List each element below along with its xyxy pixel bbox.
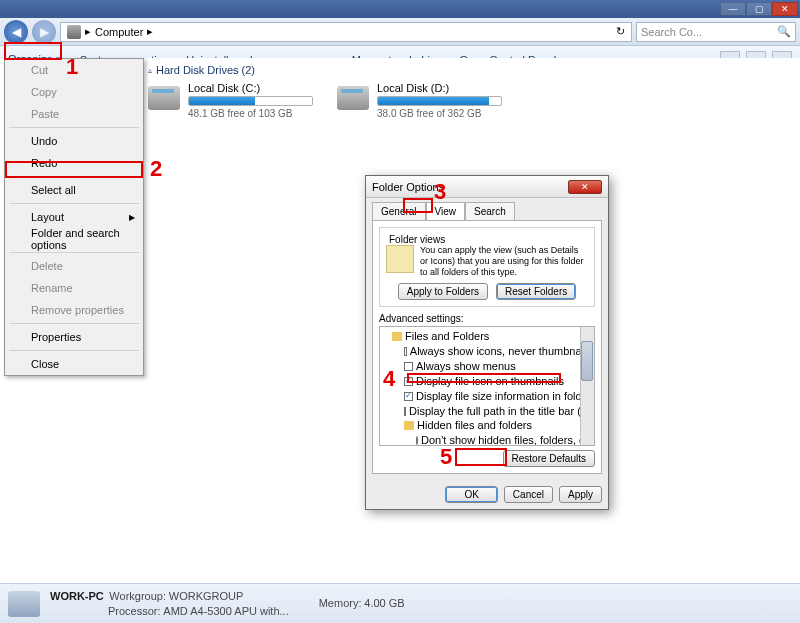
dialog-tabs: General View Search — [366, 198, 608, 220]
folder-options-dialog: Folder Options ✕ General View Search Fol… — [365, 175, 609, 510]
annotation-4: 4 — [383, 366, 395, 392]
apply-to-folders-button[interactable]: Apply to Folders — [398, 283, 488, 300]
folder-views-group: Folder views You can apply the view (suc… — [379, 227, 595, 307]
tab-general[interactable]: General — [372, 202, 426, 220]
menu-close[interactable]: Close — [5, 353, 143, 375]
group-title: Folder views — [386, 234, 448, 245]
menu-rename[interactable]: Rename — [5, 277, 143, 299]
search-icon: 🔍 — [777, 25, 791, 38]
dialog-close-button[interactable]: ✕ — [568, 180, 602, 194]
checkbox[interactable]: ✓ — [404, 377, 413, 386]
search-input[interactable]: Search Co... 🔍 — [636, 22, 796, 42]
checkbox[interactable] — [404, 362, 413, 371]
advanced-settings-tree[interactable]: Files and Folders Always show icons, nev… — [379, 326, 595, 446]
menu-select-all[interactable]: Select all — [5, 179, 143, 201]
folder-views-icon — [386, 245, 414, 273]
restore-defaults-button[interactable]: Restore Defaults — [503, 450, 595, 467]
menu-undo[interactable]: Undo — [5, 130, 143, 152]
apply-button[interactable]: Apply — [559, 486, 602, 503]
tab-panel-view: Folder views You can apply the view (suc… — [372, 220, 602, 474]
computer-icon — [67, 25, 81, 39]
search-placeholder: Search Co... — [641, 26, 702, 38]
breadcrumb-arrow[interactable]: ▸ — [85, 25, 91, 38]
menu-layout[interactable]: Layout▶ — [5, 206, 143, 228]
dialog-buttons: OK Cancel Apply — [366, 480, 608, 509]
drive-name: Local Disk (D:) — [377, 82, 502, 94]
address-bar: ◀ ▶ ▸ Computer ▸ ↻ Search Co... 🔍 — [0, 18, 800, 46]
folder-views-desc: You can apply the view (such as Details … — [420, 245, 588, 277]
tab-search[interactable]: Search — [465, 202, 515, 220]
minimize-button[interactable]: — — [720, 2, 746, 16]
menu-properties[interactable]: Properties — [5, 326, 143, 348]
advanced-settings-label: Advanced settings: — [379, 313, 595, 324]
maximize-button[interactable]: ▢ — [746, 2, 772, 16]
cancel-button[interactable]: Cancel — [504, 486, 553, 503]
window-titlebar: — ▢ ✕ — [0, 0, 800, 18]
checkbox[interactable]: ✓ — [404, 392, 413, 401]
scrollbar-thumb[interactable] — [581, 341, 593, 381]
breadcrumb[interactable]: ▸ Computer ▸ ↻ — [60, 22, 632, 42]
menu-separator — [9, 323, 139, 324]
folder-icon — [392, 332, 402, 341]
drive-icon — [148, 86, 180, 110]
drive-name: Local Disk (C:) — [188, 82, 313, 94]
checkbox[interactable] — [404, 347, 407, 356]
drive-icon — [337, 86, 369, 110]
annotation-5: 5 — [440, 444, 452, 470]
organize-dropdown: Cut Copy Paste Undo Redo Select all Layo… — [4, 58, 144, 376]
menu-separator — [9, 203, 139, 204]
back-button[interactable]: ◀ — [4, 20, 28, 44]
menu-remove-properties[interactable]: Remove properties — [5, 299, 143, 321]
details-pane: WORK-PC Workgroup: WORKGROUP Processor: … — [0, 583, 800, 623]
content-pane: ▵ Hard Disk Drives (2) Local Disk (C:) 4… — [148, 64, 796, 119]
radio[interactable] — [416, 436, 418, 445]
breadcrumb-arrow[interactable]: ▸ — [147, 25, 153, 38]
menu-copy[interactable]: Copy — [5, 81, 143, 103]
breadcrumb-label[interactable]: Computer — [95, 26, 143, 38]
section-header[interactable]: ▵ Hard Disk Drives (2) — [148, 64, 796, 76]
annotation-3: 3 — [434, 179, 446, 205]
drive-free-text: 38.0 GB free of 362 GB — [377, 108, 502, 119]
folder-icon — [404, 421, 414, 430]
refresh-icon[interactable]: ↻ — [616, 25, 625, 38]
close-window-button[interactable]: ✕ — [772, 2, 798, 16]
menu-paste[interactable]: Paste — [5, 103, 143, 125]
drive-free-text: 48.1 GB free of 103 GB — [188, 108, 313, 119]
annotation-1: 1 — [66, 54, 78, 80]
menu-folder-options[interactable]: Folder and search options — [5, 228, 143, 250]
ok-button[interactable]: OK — [445, 486, 497, 503]
capacity-gauge — [377, 96, 502, 106]
menu-separator — [9, 252, 139, 253]
capacity-gauge — [188, 96, 313, 106]
annotation-2: 2 — [150, 156, 162, 182]
menu-delete[interactable]: Delete — [5, 255, 143, 277]
forward-button[interactable]: ▶ — [32, 20, 56, 44]
dialog-titlebar[interactable]: Folder Options ✕ — [366, 176, 608, 198]
checkbox[interactable] — [404, 407, 406, 416]
menu-separator — [9, 127, 139, 128]
computer-icon — [8, 591, 40, 617]
menu-redo[interactable]: Redo — [5, 152, 143, 174]
reset-folders-button[interactable]: Reset Folders — [496, 283, 576, 300]
menu-separator — [9, 350, 139, 351]
menu-separator — [9, 176, 139, 177]
drive-item-c[interactable]: Local Disk (C:) 48.1 GB free of 103 GB — [148, 82, 313, 119]
drive-item-d[interactable]: Local Disk (D:) 38.0 GB free of 362 GB — [337, 82, 502, 119]
pc-name: WORK-PC — [50, 590, 104, 602]
